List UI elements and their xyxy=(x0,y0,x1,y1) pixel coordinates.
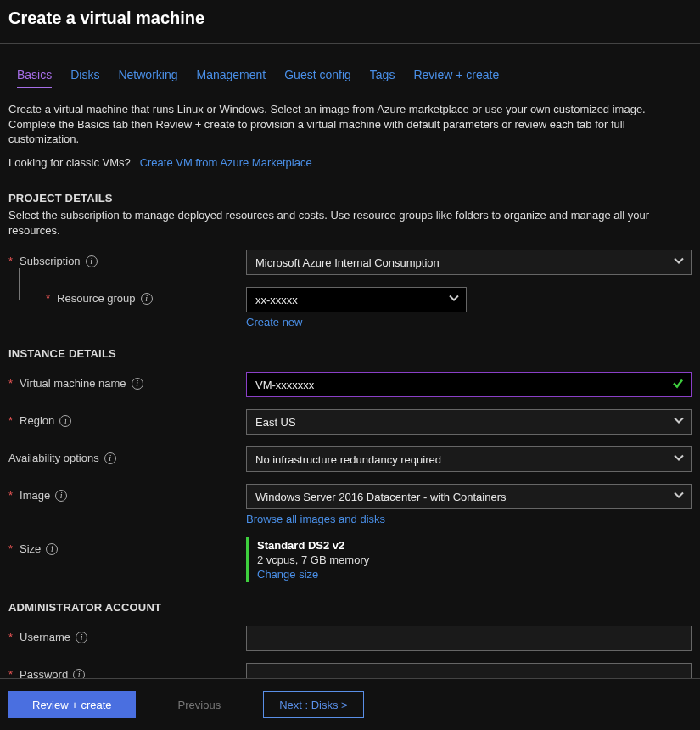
username-input[interactable] xyxy=(246,626,692,651)
chevron-down-icon xyxy=(674,491,684,503)
required-marker: * xyxy=(8,668,13,678)
vm-name-value: VM-xxxxxxx xyxy=(255,379,314,391)
next-disks-button[interactable]: Next : Disks > xyxy=(263,691,364,718)
tab-networking[interactable]: Networking xyxy=(118,68,177,88)
info-icon[interactable]: i xyxy=(141,293,153,305)
info-icon[interactable]: i xyxy=(86,256,98,267)
required-marker: * xyxy=(8,377,13,390)
required-marker: * xyxy=(8,414,13,427)
resource-group-value: xx-xxxxx xyxy=(255,294,298,306)
change-size-link[interactable]: Change size xyxy=(257,568,692,581)
section-instance-title: INSTANCE DETAILS xyxy=(8,347,692,360)
info-icon[interactable]: i xyxy=(132,378,143,390)
availability-value: No infrastructure redundancy required xyxy=(255,453,441,466)
region-select[interactable]: East US xyxy=(246,409,692,435)
intro-classic-prefix: Looking for classic VMs? xyxy=(8,156,131,169)
image-value: Windows Server 2016 Datacenter - with Co… xyxy=(255,491,507,503)
tab-review-create[interactable]: Review + create xyxy=(413,68,499,88)
size-name: Standard DS2 v2 xyxy=(257,539,692,552)
section-project-title: PROJECT DETAILS xyxy=(8,192,692,205)
tab-tags[interactable]: Tags xyxy=(370,68,395,88)
required-marker: * xyxy=(46,292,50,305)
tab-basics[interactable]: Basics xyxy=(17,68,52,88)
vm-name-input[interactable]: VM-xxxxxxx xyxy=(246,372,692,397)
intro-text: Create a virtual machine that runs Linux… xyxy=(8,95,692,150)
required-marker: * xyxy=(8,489,13,502)
required-marker: * xyxy=(8,631,13,643)
tab-disks[interactable]: Disks xyxy=(70,68,99,88)
section-project-desc: Select the subscription to manage deploy… xyxy=(8,208,692,238)
previous-button[interactable]: Previous xyxy=(154,691,245,718)
intro-classic-row: Looking for classic VMs? Create VM from … xyxy=(8,150,692,174)
create-vm-marketplace-link[interactable]: Create VM from Azure Marketplace xyxy=(140,156,312,169)
info-icon[interactable]: i xyxy=(76,632,87,643)
chevron-down-icon xyxy=(674,416,684,429)
create-new-resource-group-link[interactable]: Create new xyxy=(246,316,692,328)
page-title: Create a virtual machine xyxy=(8,8,692,28)
subscription-select[interactable]: Microsoft Azure Internal Consumption xyxy=(246,250,692,275)
subscription-value: Microsoft Azure Internal Consumption xyxy=(255,256,440,269)
footer-bar: Review + create Previous Next : Disks > xyxy=(0,678,700,730)
size-label: Size xyxy=(20,542,41,555)
region-label: Region xyxy=(20,414,54,427)
chevron-down-icon xyxy=(674,453,684,466)
tab-guest-config[interactable]: Guest config xyxy=(284,68,351,88)
chevron-down-icon xyxy=(674,256,684,269)
resource-group-select[interactable]: xx-xxxxx xyxy=(246,287,467,312)
image-select[interactable]: Windows Server 2016 Datacenter - with Co… xyxy=(246,484,692,509)
info-icon[interactable]: i xyxy=(55,490,67,502)
password-label: Password xyxy=(20,668,68,678)
info-icon[interactable]: i xyxy=(46,543,58,555)
size-spec: 2 vcpus, 7 GB memory xyxy=(257,553,692,566)
availability-label: Availability options xyxy=(8,452,99,464)
required-marker: * xyxy=(8,542,13,555)
region-value: East US xyxy=(255,416,296,429)
username-label: Username xyxy=(20,631,70,643)
tab-management[interactable]: Management xyxy=(197,68,266,88)
tabs: Basics Disks Networking Management Guest… xyxy=(8,44,692,95)
review-create-button[interactable]: Review + create xyxy=(8,691,136,718)
check-icon xyxy=(672,378,684,392)
size-block: Standard DS2 v2 2 vcpus, 7 GB memory Cha… xyxy=(246,537,692,582)
image-label: Image xyxy=(20,489,50,502)
info-icon[interactable]: i xyxy=(104,452,116,464)
subscription-label: Subscription xyxy=(20,255,81,267)
info-icon[interactable]: i xyxy=(59,415,71,427)
info-icon[interactable]: i xyxy=(73,669,85,678)
browse-images-link[interactable]: Browse all images and disks xyxy=(246,513,692,525)
password-input[interactable] xyxy=(246,663,692,678)
page-header: Create a virtual machine xyxy=(0,0,700,44)
vm-name-label: Virtual machine name xyxy=(20,377,126,390)
availability-select[interactable]: No infrastructure redundancy required xyxy=(246,446,692,472)
resource-group-label: Resource group xyxy=(57,292,136,305)
indent-connector xyxy=(19,268,37,300)
chevron-down-icon xyxy=(449,294,459,306)
required-marker: * xyxy=(8,255,13,267)
section-admin-title: ADMINISTRATOR ACCOUNT xyxy=(8,601,692,614)
